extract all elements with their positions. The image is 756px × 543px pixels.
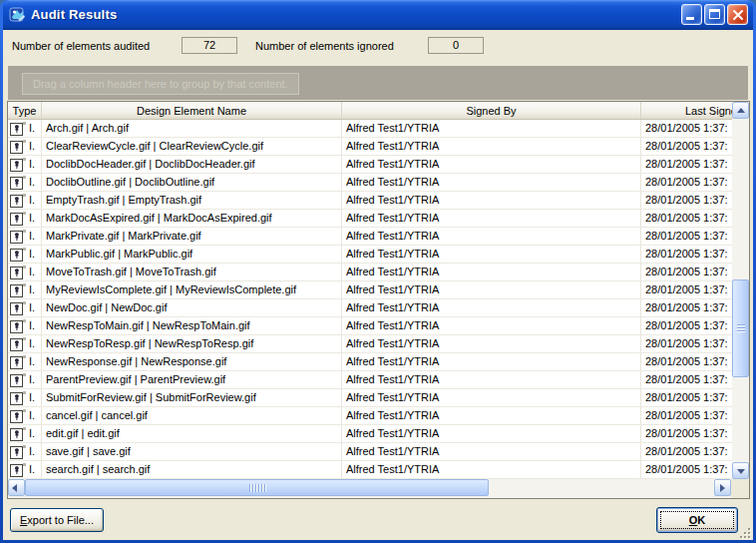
table-row[interactable]: I. ParentPreview.gif | ParentPreview.gif… bbox=[8, 371, 732, 389]
signed-by-cell: Alfred Test1/YTRIA bbox=[342, 210, 641, 227]
type-cell: I. bbox=[8, 192, 42, 209]
table-row[interactable]: I. MarkDocAsExpired.gif | MarkDocAsExpir… bbox=[8, 210, 732, 228]
group-by-drop-zone[interactable]: Drag a column header here to group by th… bbox=[8, 66, 748, 100]
table-row[interactable]: I. cancel.gif | cancel.gif Alfred Test1/… bbox=[8, 407, 732, 425]
type-cell: I. bbox=[8, 389, 42, 406]
last-signed-cell: 28/01/2005 1:37: bbox=[641, 317, 732, 334]
image-resource-icon bbox=[10, 140, 26, 154]
image-resource-icon bbox=[10, 391, 26, 405]
signed-by-cell: Alfred Test1/YTRIA bbox=[342, 389, 641, 406]
signed-by-cell: Alfred Test1/YTRIA bbox=[342, 299, 641, 316]
image-resource-icon bbox=[10, 337, 26, 351]
design-element-name-cell: EmptyTrash.gif | EmptyTrash.gif bbox=[42, 192, 342, 209]
maximize-button[interactable] bbox=[704, 4, 725, 25]
horizontal-scrollbar[interactable] bbox=[8, 479, 731, 498]
table-row[interactable]: I. SubmitForReview.gif | SubmitForReview… bbox=[8, 389, 732, 407]
type-cell: I. bbox=[8, 461, 42, 478]
table-row[interactable]: I. MarkPrivate.gif | MarkPrivate.gif Alf… bbox=[8, 228, 732, 246]
resize-grip[interactable] bbox=[737, 525, 750, 538]
type-cell: I. bbox=[8, 264, 42, 280]
signed-by-cell: Alfred Test1/YTRIA bbox=[342, 353, 641, 370]
last-signed-cell: 28/01/2005 1:37: bbox=[641, 353, 732, 370]
vertical-scroll-track[interactable] bbox=[732, 119, 749, 462]
audited-value-field: 72 bbox=[182, 37, 237, 54]
table-row[interactable]: I. MoveToTrash.gif | MoveToTrash.gif Alf… bbox=[8, 264, 732, 281]
table-row[interactable]: I. NewRespToResp.gif | NewRespToResp.gif… bbox=[8, 335, 732, 353]
type-label: I. bbox=[29, 228, 35, 245]
signed-by-cell: Alfred Test1/YTRIA bbox=[342, 228, 641, 245]
close-button[interactable] bbox=[727, 4, 748, 25]
design-element-name-cell: cancel.gif | cancel.gif bbox=[42, 407, 342, 424]
type-cell: I. bbox=[8, 407, 42, 424]
image-resource-icon bbox=[10, 248, 26, 262]
image-resource-icon bbox=[10, 212, 26, 226]
type-label: I. bbox=[29, 264, 35, 280]
minimize-button[interactable] bbox=[681, 4, 702, 25]
column-header-type[interactable]: Type bbox=[8, 102, 42, 119]
arrow-up-icon bbox=[737, 108, 745, 113]
column-header-last-signed[interactable]: Last Signed bbox=[641, 102, 732, 119]
image-resource-icon bbox=[10, 463, 26, 477]
last-signed-cell: 28/01/2005 1:37: bbox=[641, 192, 732, 209]
type-label: I. bbox=[29, 443, 35, 460]
group-by-hint: Drag a column header here to group by th… bbox=[22, 73, 299, 95]
titlebar[interactable]: Audit Results bbox=[3, 0, 753, 30]
signed-by-cell: Alfred Test1/YTRIA bbox=[342, 407, 641, 424]
table-row[interactable]: I. ClearReviewCycle.gif | ClearReviewCyc… bbox=[8, 138, 732, 156]
last-signed-cell: 28/01/2005 1:37: bbox=[641, 389, 732, 406]
scroll-left-button[interactable] bbox=[8, 479, 25, 496]
type-label: I. bbox=[29, 425, 35, 442]
type-label: I. bbox=[29, 120, 35, 137]
window-title: Audit Results bbox=[31, 7, 117, 22]
column-header-signed-by[interactable]: Signed By bbox=[342, 102, 641, 119]
table-row[interactable]: I. MarkPublic.gif | MarkPublic.gif Alfre… bbox=[8, 246, 732, 264]
table-row[interactable]: I. DoclibOutline.gif | DoclibOutline.gif… bbox=[8, 174, 732, 192]
type-cell: I. bbox=[8, 138, 42, 155]
signed-by-cell: Alfred Test1/YTRIA bbox=[342, 156, 641, 173]
table-row[interactable]: I. NewDoc.gif | NewDoc.gif Alfred Test1/… bbox=[8, 299, 732, 317]
scroll-up-button[interactable] bbox=[732, 102, 749, 119]
scrollbar-corner bbox=[731, 479, 749, 498]
table-row[interactable]: I. save.gif | save.gif Alfred Test1/YTRI… bbox=[8, 443, 732, 461]
table-row[interactable]: I. NewRespToMain.gif | NewRespToMain.gif… bbox=[8, 317, 732, 335]
design-element-name-cell: MarkPublic.gif | MarkPublic.gif bbox=[42, 246, 342, 263]
last-signed-cell: 28/01/2005 1:37: bbox=[641, 407, 732, 424]
table-row[interactable]: I. DoclibDocHeader.gif | DoclibDocHeader… bbox=[8, 156, 732, 174]
scroll-down-button[interactable] bbox=[732, 462, 749, 479]
image-resource-icon bbox=[10, 445, 26, 459]
ok-button[interactable]: OK bbox=[656, 507, 738, 533]
type-label: I. bbox=[29, 246, 35, 263]
image-resource-icon bbox=[10, 122, 26, 136]
export-to-file-button[interactable]: Export to File... bbox=[10, 508, 104, 532]
design-element-name-cell: NewRespToResp.gif | NewRespToResp.gif bbox=[42, 335, 342, 352]
signed-by-cell: Alfred Test1/YTRIA bbox=[342, 425, 641, 442]
design-element-name-cell: edit.gif | edit.gif bbox=[42, 425, 342, 442]
signed-by-cell: Alfred Test1/YTRIA bbox=[342, 264, 641, 280]
table-row[interactable]: I. MyReviewIsComplete.gif | MyReviewIsCo… bbox=[8, 281, 732, 299]
design-element-name-cell: DoclibOutline.gif | DoclibOutline.gif bbox=[42, 174, 342, 191]
audit-results-window: Audit Results Number of elements audited… bbox=[0, 0, 756, 543]
design-element-name-cell: save.gif | save.gif bbox=[42, 443, 342, 460]
design-element-name-cell: search.gif | search.gif bbox=[42, 461, 342, 478]
image-resource-icon bbox=[10, 194, 26, 208]
scroll-right-button[interactable] bbox=[714, 479, 731, 496]
design-element-name-cell: NewDoc.gif | NewDoc.gif bbox=[42, 299, 342, 316]
image-resource-icon bbox=[10, 283, 26, 297]
vertical-scrollbar[interactable] bbox=[732, 102, 749, 479]
table-row[interactable]: I. Arch.gif | Arch.gif Alfred Test1/YTRI… bbox=[8, 120, 732, 138]
last-signed-cell: 28/01/2005 1:37: bbox=[641, 371, 732, 388]
design-element-name-cell: SubmitForReview.gif | SubmitForReview.gi… bbox=[42, 389, 342, 406]
column-header-design-element-name[interactable]: Design Element Name bbox=[42, 102, 342, 119]
horizontal-scroll-track[interactable] bbox=[25, 479, 714, 498]
horizontal-scroll-thumb[interactable] bbox=[25, 479, 489, 496]
table-row[interactable]: I. EmptyTrash.gif | EmptyTrash.gif Alfre… bbox=[8, 192, 732, 210]
table-body: I. Arch.gif | Arch.gif Alfred Test1/YTRI… bbox=[8, 120, 732, 479]
type-label: I. bbox=[29, 192, 35, 209]
table-row[interactable]: I. NewResponse.gif | NewResponse.gif Alf… bbox=[8, 353, 732, 371]
image-resource-icon bbox=[10, 301, 26, 315]
table-row[interactable]: I. edit.gif | edit.gif Alfred Test1/YTRI… bbox=[8, 425, 732, 443]
last-signed-cell: 28/01/2005 1:37: bbox=[641, 299, 732, 316]
vertical-scroll-thumb[interactable] bbox=[732, 279, 749, 377]
table-row[interactable]: I. search.gif | search.gif Alfred Test1/… bbox=[8, 461, 732, 479]
signed-by-cell: Alfred Test1/YTRIA bbox=[342, 246, 641, 263]
